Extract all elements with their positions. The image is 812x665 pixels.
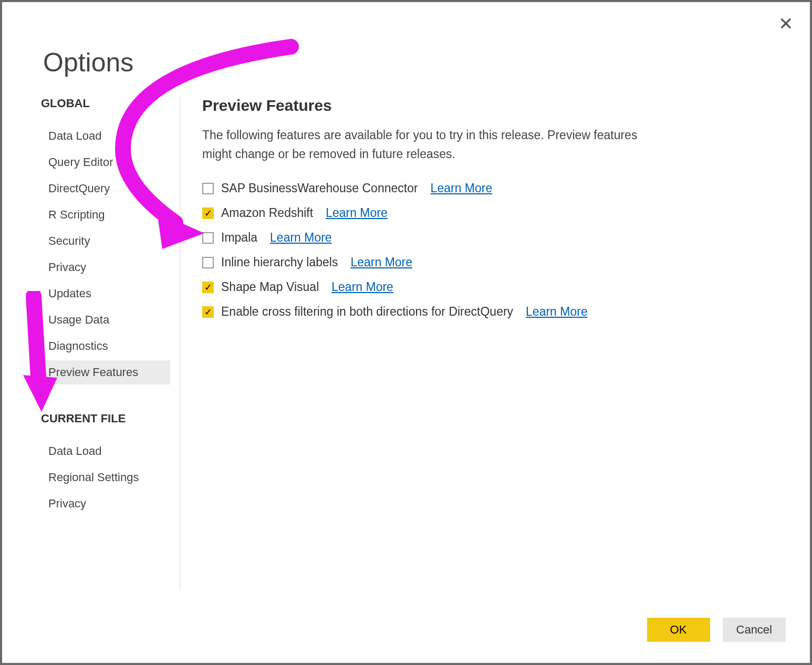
checkbox-sap-bw[interactable]: [202, 183, 214, 194]
content-pane: Preview Features The following features …: [180, 97, 794, 589]
feature-label: Enable cross filtering in both direction…: [221, 305, 513, 319]
sidebar-head-global: GLOBAL: [41, 97, 170, 110]
sidebar-item-data-load[interactable]: Data Load: [41, 124, 170, 148]
feature-shape-map: ✓ Shape Map Visual Learn More: [202, 280, 794, 294]
feature-label: Inline hierarchy labels: [221, 255, 338, 269]
content-description: The following features are available for…: [202, 126, 638, 163]
learn-more-link[interactable]: Learn More: [350, 255, 412, 269]
learn-more-link[interactable]: Learn More: [431, 181, 493, 195]
sidebar-item-updates[interactable]: Updates: [41, 282, 170, 306]
dialog-footer: OK Cancel: [647, 618, 786, 642]
close-icon[interactable]: ✕: [778, 15, 793, 33]
checkbox-inline-hierarchy[interactable]: [202, 257, 214, 268]
feature-label: SAP BusinessWarehouse Connector: [221, 181, 418, 195]
feature-label: Shape Map Visual: [221, 280, 319, 294]
sidebar-item-query-editor[interactable]: Query Editor: [41, 150, 170, 174]
sidebar-item-cf-privacy[interactable]: Privacy: [41, 492, 170, 516]
sidebar-head-current-file: CURRENT FILE: [41, 412, 170, 425]
sidebar-item-directquery[interactable]: DirectQuery: [41, 176, 170, 201]
checkbox-impala[interactable]: [202, 232, 214, 244]
sidebar: GLOBAL Data Load Query Editor DirectQuer…: [41, 97, 180, 589]
sidebar-item-diagnostics[interactable]: Diagnostics: [41, 334, 170, 358]
dialog-title: Options: [43, 47, 133, 78]
cancel-button[interactable]: Cancel: [723, 618, 786, 642]
options-dialog: ✕ Options GLOBAL Data Load Query Editor …: [0, 0, 812, 665]
sidebar-item-cf-regional[interactable]: Regional Settings: [41, 465, 170, 490]
feature-amazon-redshift: ✓ Amazon Redshift Learn More: [202, 206, 794, 220]
ok-button[interactable]: OK: [647, 618, 710, 642]
learn-more-link[interactable]: Learn More: [270, 231, 332, 245]
content-heading: Preview Features: [202, 97, 794, 115]
sidebar-item-cf-data-load[interactable]: Data Load: [41, 439, 170, 463]
feature-label: Amazon Redshift: [221, 206, 313, 220]
sidebar-item-r-scripting[interactable]: R Scripting: [41, 203, 170, 227]
learn-more-link[interactable]: Learn More: [526, 305, 588, 319]
sidebar-item-security[interactable]: Security: [41, 229, 170, 253]
feature-inline-hierarchy: Inline hierarchy labels Learn More: [202, 255, 794, 269]
sidebar-item-preview-features[interactable]: Preview Features: [41, 360, 170, 385]
dialog-body: GLOBAL Data Load Query Editor DirectQuer…: [41, 97, 794, 589]
feature-impala: Impala Learn More: [202, 231, 794, 245]
checkbox-amazon-redshift[interactable]: ✓: [202, 207, 214, 219]
checkbox-crossfilter-dq[interactable]: ✓: [202, 306, 214, 318]
feature-crossfilter-dq: ✓ Enable cross filtering in both directi…: [202, 305, 794, 319]
feature-label: Impala: [221, 231, 257, 245]
sidebar-item-usage-data[interactable]: Usage Data: [41, 308, 170, 332]
checkbox-shape-map[interactable]: ✓: [202, 282, 214, 293]
learn-more-link[interactable]: Learn More: [326, 206, 388, 220]
feature-sap-bw: SAP BusinessWarehouse Connector Learn Mo…: [202, 181, 794, 195]
learn-more-link[interactable]: Learn More: [331, 280, 393, 294]
sidebar-item-privacy[interactable]: Privacy: [41, 255, 170, 279]
